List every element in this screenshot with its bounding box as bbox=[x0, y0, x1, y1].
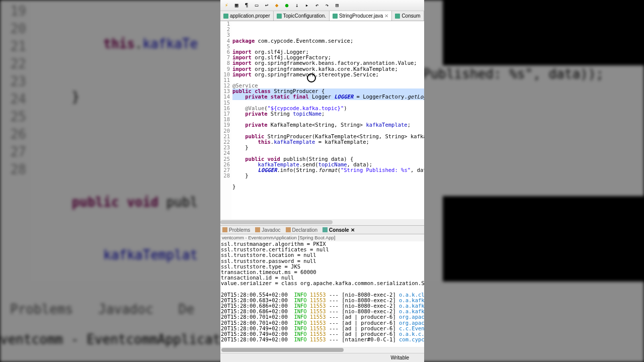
tab-label: Consum bbox=[401, 13, 420, 19]
toolbar-btn-9[interactable]: ↶ bbox=[313, 2, 321, 10]
console-h-scrollbar[interactable] bbox=[220, 347, 424, 353]
toolbar-btn-7[interactable]: ↓ bbox=[293, 2, 301, 10]
toolbar-btn-3[interactable]: ▭ bbox=[253, 2, 261, 10]
tab-label: StringProducer.java bbox=[339, 13, 383, 19]
line-gutter: 1234567891011121314151617181920212223242… bbox=[220, 21, 231, 219]
code-area[interactable]: package com.cypcode.Eventcomm.service;im… bbox=[231, 21, 424, 219]
declaration-icon bbox=[286, 227, 291, 232]
toolbar-btn-5[interactable]: ◆ bbox=[273, 2, 281, 10]
file-icon bbox=[277, 14, 282, 19]
bg-right-snip: Published: %s", data)); bbox=[423, 65, 644, 196]
bg-gutter: 19202122232425262728 bbox=[0, 0, 30, 282]
toolbar-btn-2[interactable]: ¶ bbox=[243, 2, 251, 10]
status-bar: Writable bbox=[220, 353, 424, 362]
file-icon bbox=[395, 14, 400, 19]
status-writable: Writable bbox=[391, 355, 410, 360]
toolbar-btn-10[interactable]: ↷ bbox=[323, 2, 331, 10]
editor-h-scrollbar[interactable] bbox=[220, 219, 424, 225]
file-icon bbox=[333, 14, 338, 19]
bottom-panel-tabs: ProblemsJavadocDeclarationConsole ✕ bbox=[220, 225, 424, 234]
console-icon bbox=[323, 227, 328, 232]
file-icon bbox=[223, 14, 228, 19]
toolbar-btn-11[interactable]: ⊞ bbox=[333, 2, 341, 10]
toolbar-btn-1[interactable]: ▦ bbox=[232, 2, 240, 10]
close-icon[interactable]: ✕ bbox=[384, 13, 388, 19]
toolbar-btn-8[interactable]: ▸ bbox=[303, 2, 311, 10]
tab-label: TopicConfiguration. bbox=[283, 13, 327, 19]
tab-application-proper[interactable]: application.proper bbox=[220, 11, 274, 21]
javadoc-icon bbox=[255, 227, 260, 232]
problems-icon bbox=[222, 227, 227, 232]
console-output[interactable]: ssl.trustmanager.algorithm = PKIXssl.tru… bbox=[220, 241, 424, 347]
panel-tab-javadoc[interactable]: Javadoc bbox=[255, 227, 280, 233]
tab-consum[interactable]: Consum bbox=[392, 11, 424, 21]
panel-tab-declaration[interactable]: Declaration bbox=[286, 227, 318, 233]
bg-console-title: ventcomm - EventcommApplication bbox=[0, 332, 244, 347]
cursor-indicator bbox=[307, 73, 316, 82]
editor-tabs: application.properTopicConfiguration.Str… bbox=[220, 11, 424, 21]
bg-bottom-tabs: ProblemsJavadocDe bbox=[0, 302, 194, 317]
tab-stringproducer-java[interactable]: StringProducer.java✕ bbox=[330, 11, 392, 21]
ide-panel: ⚡▦¶▭↩◆●↓▸↶↷⊞ application.properTopicConf… bbox=[220, 0, 424, 362]
console-title: ventcomm - EventcommApplication [Spring … bbox=[220, 234, 424, 241]
toolbar-btn-0[interactable]: ⚡ bbox=[222, 2, 230, 10]
panel-tab-console[interactable]: Console ✕ bbox=[323, 227, 354, 233]
code-editor[interactable]: 1234567891011121314151617181920212223242… bbox=[220, 21, 424, 219]
toolbar-btn-6[interactable]: ● bbox=[283, 2, 291, 10]
panel-tab-problems[interactable]: Problems bbox=[222, 227, 250, 233]
toolbar-btn-4[interactable]: ↩ bbox=[263, 2, 271, 10]
toolbar: ⚡▦¶▭↩◆●↓▸↶↷⊞ bbox=[220, 0, 424, 11]
tab-label: application.proper bbox=[230, 13, 270, 19]
close-icon[interactable]: ✕ bbox=[351, 227, 355, 233]
tab-topicconfiguration-[interactable]: TopicConfiguration. bbox=[274, 11, 330, 21]
